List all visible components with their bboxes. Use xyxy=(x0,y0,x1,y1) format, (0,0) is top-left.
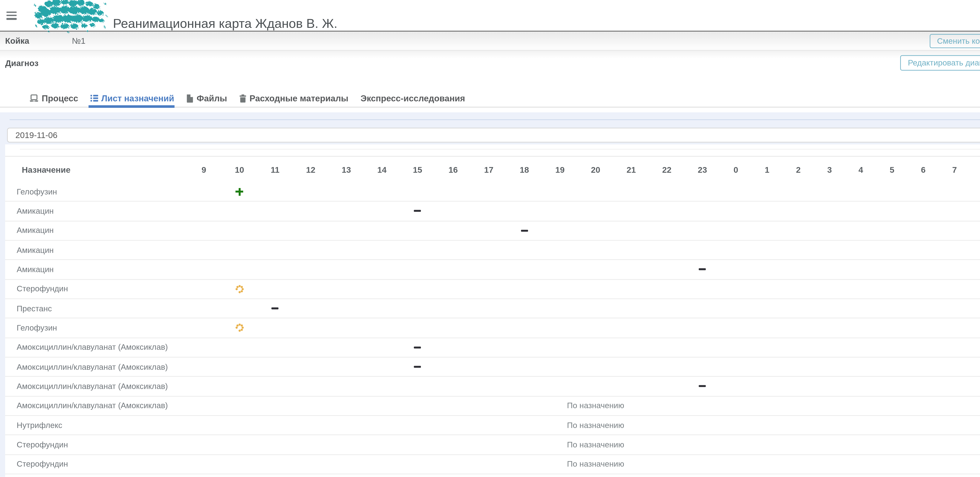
hour-cell-2[interactable] xyxy=(783,435,814,454)
hour-cell-13[interactable] xyxy=(328,416,364,435)
hour-cell-18[interactable] xyxy=(507,279,542,298)
hour-cell-22[interactable] xyxy=(649,182,685,201)
hour-cell-5[interactable] xyxy=(877,396,908,415)
hour-cell-15[interactable] xyxy=(399,202,435,220)
hour-cell-0[interactable] xyxy=(720,455,751,474)
hour-cell-5[interactable] xyxy=(877,260,908,279)
hour-cell-13[interactable] xyxy=(328,202,364,220)
hour-cell-9[interactable] xyxy=(186,416,222,435)
hour-cell-12[interactable] xyxy=(293,319,328,337)
hour-cell-12[interactable] xyxy=(293,396,328,415)
hour-cell-10[interactable] xyxy=(222,319,257,337)
hour-cell-2[interactable] xyxy=(783,202,814,220)
hour-cell-23[interactable] xyxy=(685,435,720,454)
hour-cell-23[interactable] xyxy=(685,319,720,337)
hour-cell-18[interactable] xyxy=(507,319,542,337)
hour-cell-11[interactable] xyxy=(257,279,293,298)
hour-cell-11[interactable] xyxy=(257,455,293,474)
hour-cell-1[interactable] xyxy=(751,202,783,220)
hour-cell-0[interactable] xyxy=(720,221,751,240)
hour-cell-1[interactable] xyxy=(751,221,783,240)
hour-cell-0[interactable] xyxy=(720,241,751,260)
hour-cell-14[interactable] xyxy=(364,435,400,454)
hour-cell-7[interactable] xyxy=(939,319,970,337)
hour-cell-10[interactable] xyxy=(222,260,257,279)
hour-cell-23[interactable] xyxy=(685,357,720,376)
hour-cell-20[interactable] xyxy=(578,338,614,357)
hour-cell-17[interactable] xyxy=(471,202,507,220)
hour-cell-17[interactable] xyxy=(471,396,507,415)
hour-cell-18[interactable] xyxy=(507,221,542,240)
hour-cell-5[interactable] xyxy=(877,241,908,260)
hour-cell-21[interactable] xyxy=(614,416,649,435)
hour-cell-9[interactable] xyxy=(186,260,222,279)
hour-cell-16[interactable] xyxy=(435,279,471,298)
hour-cell-4[interactable] xyxy=(845,396,876,415)
hour-cell-20[interactable] xyxy=(578,279,614,298)
hour-cell-5[interactable] xyxy=(877,202,908,220)
hour-cell-21[interactable] xyxy=(614,435,649,454)
hour-cell-15[interactable] xyxy=(399,279,435,298)
hour-cell-2[interactable] xyxy=(783,319,814,337)
hour-cell-16[interactable] xyxy=(435,377,471,396)
hour-cell-5[interactable] xyxy=(877,299,908,318)
hour-cell-14[interactable] xyxy=(364,241,400,260)
hour-cell-11[interactable] xyxy=(257,241,293,260)
hour-cell-6[interactable] xyxy=(908,357,939,376)
hour-cell-1[interactable] xyxy=(751,299,783,318)
hour-cell-9[interactable] xyxy=(186,377,222,396)
hour-cell-4[interactable] xyxy=(845,416,876,435)
hour-cell-7[interactable] xyxy=(939,279,970,298)
hour-cell-6[interactable] xyxy=(908,455,939,474)
hour-cell-3[interactable] xyxy=(814,357,845,376)
hour-cell-22[interactable] xyxy=(649,279,685,298)
hour-cell-21[interactable] xyxy=(614,260,649,279)
hour-cell-12[interactable] xyxy=(293,221,328,240)
hour-cell-10[interactable] xyxy=(222,416,257,435)
hour-cell-13[interactable] xyxy=(328,435,364,454)
hour-cell-1[interactable] xyxy=(751,455,783,474)
hour-cell-13[interactable] xyxy=(328,455,364,474)
hour-cell-22[interactable] xyxy=(649,338,685,357)
hour-cell-14[interactable] xyxy=(364,416,400,435)
hour-cell-21[interactable] xyxy=(614,396,649,415)
hour-cell-20[interactable] xyxy=(578,182,614,201)
hour-cell-20[interactable]: По назначению xyxy=(578,455,614,474)
hour-cell-14[interactable] xyxy=(364,299,400,318)
hour-cell-0[interactable] xyxy=(720,202,751,220)
hour-cell-5[interactable] xyxy=(877,182,908,201)
hour-cell-6[interactable] xyxy=(908,279,939,298)
hour-cell-10[interactable] xyxy=(222,202,257,220)
hour-cell-8[interactable] xyxy=(970,241,980,260)
hour-cell-4[interactable] xyxy=(845,455,876,474)
hour-cell-18[interactable] xyxy=(507,260,542,279)
hour-cell-4[interactable] xyxy=(845,357,876,376)
hour-cell-5[interactable] xyxy=(877,319,908,337)
hour-cell-20[interactable] xyxy=(578,357,614,376)
hour-cell-22[interactable] xyxy=(649,221,685,240)
hour-cell-13[interactable] xyxy=(328,241,364,260)
hour-cell-3[interactable] xyxy=(814,299,845,318)
hour-cell-17[interactable] xyxy=(471,435,507,454)
hour-cell-8[interactable] xyxy=(970,182,980,201)
hour-cell-12[interactable] xyxy=(293,241,328,260)
hour-cell-7[interactable] xyxy=(939,435,970,454)
hour-cell-10[interactable] xyxy=(222,279,257,298)
dash-mark[interactable] xyxy=(414,346,421,348)
hour-cell-0[interactable] xyxy=(720,319,751,337)
hour-cell-5[interactable] xyxy=(877,416,908,435)
hour-cell-10[interactable] xyxy=(222,221,257,240)
hour-cell-10[interactable] xyxy=(222,182,257,201)
hour-cell-10[interactable] xyxy=(222,299,257,318)
hour-cell-11[interactable] xyxy=(257,202,293,220)
hour-cell-21[interactable] xyxy=(614,338,649,357)
hour-cell-15[interactable] xyxy=(399,221,435,240)
hour-cell-15[interactable] xyxy=(399,435,435,454)
hour-cell-22[interactable] xyxy=(649,396,685,415)
hour-cell-20[interactable] xyxy=(578,299,614,318)
hour-cell-20[interactable]: По назначению xyxy=(578,416,614,435)
hour-cell-22[interactable] xyxy=(649,416,685,435)
hour-cell-15[interactable] xyxy=(399,455,435,474)
dash-mark[interactable] xyxy=(699,269,706,271)
hour-cell-22[interactable] xyxy=(649,357,685,376)
